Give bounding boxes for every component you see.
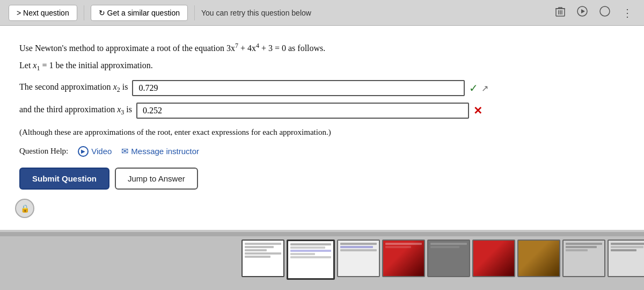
- play-circle-icon: ▶: [78, 146, 89, 157]
- taskbar-thumb-6[interactable]: [517, 240, 560, 277]
- circle-icon: [599, 6, 610, 17]
- retry-status-text: You can retry this question below: [201, 9, 549, 17]
- button-row: Submit Question Jump to Answer: [19, 168, 625, 190]
- message-label: Message instructor: [131, 147, 199, 156]
- circle-icon-button[interactable]: [597, 4, 612, 21]
- toolbar: > Next question ↻ Get a similar question…: [0, 0, 644, 26]
- message-instructor-link[interactable]: ✉ Message instructor: [121, 146, 199, 156]
- next-question-label: > Next question: [17, 9, 69, 17]
- question-line2: Let x1 = 1 be the initial approximation.: [19, 59, 625, 74]
- x-icon: ✕: [473, 104, 482, 117]
- taskbar-thumb-active[interactable]: [287, 240, 335, 280]
- play-icon: [577, 6, 588, 17]
- floating-action-button[interactable]: 🔒: [15, 199, 34, 218]
- help-label: Question Help:: [19, 147, 68, 156]
- taskbar-thumb-3[interactable]: [382, 240, 425, 277]
- more-menu-button[interactable]: ⋮: [620, 4, 635, 21]
- approx3-input[interactable]: [136, 103, 469, 119]
- question-content: Use Newton's method to approximate a roo…: [0, 26, 644, 230]
- svg-point-7: [600, 6, 610, 16]
- video-link[interactable]: ▶ Video: [78, 146, 112, 157]
- jump-to-answer-button[interactable]: Jump to Answer: [115, 168, 198, 190]
- taskbar-thumb-1[interactable]: [241, 240, 284, 277]
- approx2-input[interactable]: [132, 80, 465, 96]
- taskbar-area: [0, 236, 644, 290]
- question-line1: Use Newton's method to approximate a roo…: [19, 41, 625, 55]
- question-text-end: + 3 = 0 as follows.: [259, 44, 325, 53]
- bottom-scrollbar[interactable]: [0, 232, 644, 236]
- taskbar-thumb-2[interactable]: [337, 240, 380, 277]
- play-icon-button[interactable]: [575, 4, 590, 21]
- similar-question-label: ↻ Get a similar question: [99, 9, 180, 17]
- note-text: (Although these are approximations of th…: [19, 126, 625, 139]
- approx3-row: and the third approximation x3 is ✕: [19, 103, 625, 119]
- taskbar-thumb-8[interactable]: [608, 240, 644, 277]
- taskbar-thumb-7[interactable]: [562, 240, 605, 277]
- edit-icon[interactable]: ↗: [481, 83, 488, 93]
- next-question-button[interactable]: > Next question: [9, 5, 77, 21]
- check-icon: ✓: [469, 82, 478, 95]
- floating-icon: 🔒: [20, 204, 30, 213]
- jump-label: Jump to Answer: [128, 174, 185, 183]
- toolbar-separator: [84, 5, 84, 20]
- taskbar-thumb-4[interactable]: [427, 240, 470, 277]
- submit-question-button[interactable]: Submit Question: [19, 168, 109, 190]
- video-label: Video: [91, 147, 112, 156]
- trash-icon-button[interactable]: [553, 4, 567, 21]
- question-text-mid: + 4x: [238, 44, 256, 53]
- question-text-prefix: Use Newton's method to approximate a roo…: [19, 44, 235, 53]
- toolbar-separator-2: [194, 5, 195, 20]
- submit-label: Submit Question: [32, 174, 97, 183]
- approx3-prefix: and the third approximation x3 is: [19, 105, 132, 117]
- svg-marker-6: [581, 9, 585, 13]
- approx2-row: The second approximation x2 is ✓ ↗: [19, 80, 625, 96]
- taskbar-thumb-5[interactable]: [472, 240, 515, 277]
- trash-icon: [555, 6, 565, 17]
- approx2-prefix: The second approximation x2 is: [19, 82, 128, 94]
- let-x1-text: Let x1 = 1 be the initial approximation.: [19, 61, 153, 70]
- envelope-icon: ✉: [121, 146, 128, 156]
- toolbar-icon-group: ⋮: [553, 4, 635, 21]
- help-row: Question Help: ▶ Video ✉ Message instruc…: [19, 146, 625, 157]
- similar-question-button[interactable]: ↻ Get a similar question: [91, 5, 188, 21]
- more-dots-icon: ⋮: [622, 7, 633, 19]
